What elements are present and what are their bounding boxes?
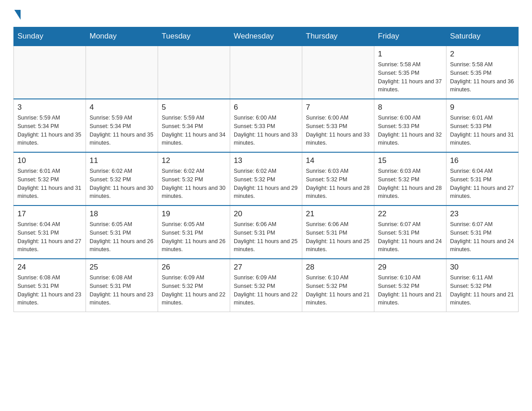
day-info: Sunrise: 5:59 AMSunset: 5:34 PMDaylight:… <box>90 114 154 147</box>
calendar-cell: 20Sunrise: 6:06 AMSunset: 5:31 PMDayligh… <box>230 206 302 259</box>
day-info: Sunrise: 6:00 AMSunset: 5:33 PMDaylight:… <box>378 114 442 147</box>
week-row-2: 3Sunrise: 5:59 AMSunset: 5:34 PMDaylight… <box>14 99 519 152</box>
calendar-cell: 7Sunrise: 6:00 AMSunset: 5:33 PMDaylight… <box>302 99 374 152</box>
calendar-cell: 17Sunrise: 6:04 AMSunset: 5:31 PMDayligh… <box>14 206 86 259</box>
day-number: 11 <box>90 156 154 165</box>
calendar-cell: 30Sunrise: 6:11 AMSunset: 5:32 PMDayligh… <box>446 259 519 312</box>
calendar-cell: 2Sunrise: 5:58 AMSunset: 5:35 PMDaylight… <box>446 46 519 99</box>
day-info: Sunrise: 6:00 AMSunset: 5:33 PMDaylight:… <box>306 114 370 147</box>
day-number: 10 <box>17 156 82 165</box>
calendar-header-saturday: Saturday <box>446 27 519 46</box>
week-row-5: 24Sunrise: 6:08 AMSunset: 5:31 PMDayligh… <box>14 259 519 312</box>
day-info: Sunrise: 6:11 AMSunset: 5:32 PMDaylight:… <box>450 274 515 307</box>
day-info: Sunrise: 6:04 AMSunset: 5:31 PMDaylight:… <box>450 167 515 201</box>
logo <box>13 9 21 18</box>
day-info: Sunrise: 6:03 AMSunset: 5:32 PMDaylight:… <box>378 167 442 201</box>
calendar-cell: 12Sunrise: 6:02 AMSunset: 5:32 PMDayligh… <box>158 152 230 206</box>
day-number: 19 <box>162 210 226 218</box>
day-number: 13 <box>234 156 298 165</box>
day-info: Sunrise: 5:58 AMSunset: 5:35 PMDaylight:… <box>378 60 442 94</box>
day-number: 6 <box>234 103 298 112</box>
day-info: Sunrise: 6:10 AMSunset: 5:32 PMDaylight:… <box>378 274 442 307</box>
day-info: Sunrise: 6:09 AMSunset: 5:32 PMDaylight:… <box>162 274 226 307</box>
calendar-cell: 29Sunrise: 6:10 AMSunset: 5:32 PMDayligh… <box>374 259 446 312</box>
calendar-cell: 8Sunrise: 6:00 AMSunset: 5:33 PMDaylight… <box>374 99 446 152</box>
day-info: Sunrise: 6:01 AMSunset: 5:32 PMDaylight:… <box>17 167 82 201</box>
day-number: 1 <box>378 50 442 59</box>
day-number: 3 <box>17 103 82 112</box>
day-info: Sunrise: 5:59 AMSunset: 5:34 PMDaylight:… <box>17 114 82 147</box>
calendar-cell: 18Sunrise: 6:05 AMSunset: 5:31 PMDayligh… <box>86 206 158 259</box>
day-number: 22 <box>378 210 442 218</box>
calendar-header-row: SundayMondayTuesdayWednesdayThursdayFrid… <box>14 27 519 46</box>
calendar-cell <box>158 46 230 99</box>
day-number: 25 <box>90 263 154 272</box>
day-number: 29 <box>378 263 442 272</box>
day-info: Sunrise: 6:07 AMSunset: 5:31 PMDaylight:… <box>450 220 515 254</box>
calendar-cell: 10Sunrise: 6:01 AMSunset: 5:32 PMDayligh… <box>14 152 86 206</box>
day-info: Sunrise: 6:05 AMSunset: 5:31 PMDaylight:… <box>90 220 154 254</box>
calendar-cell: 24Sunrise: 6:08 AMSunset: 5:31 PMDayligh… <box>14 259 86 312</box>
calendar-cell: 4Sunrise: 5:59 AMSunset: 5:34 PMDaylight… <box>86 99 158 152</box>
day-info: Sunrise: 6:03 AMSunset: 5:32 PMDaylight:… <box>306 167 370 201</box>
calendar-cell: 26Sunrise: 6:09 AMSunset: 5:32 PMDayligh… <box>158 259 230 312</box>
day-info: Sunrise: 6:04 AMSunset: 5:31 PMDaylight:… <box>17 220 82 254</box>
day-number: 15 <box>378 156 442 165</box>
day-info: Sunrise: 6:02 AMSunset: 5:32 PMDaylight:… <box>90 167 154 201</box>
day-number: 14 <box>306 156 370 165</box>
calendar-cell <box>230 46 302 99</box>
day-number: 16 <box>450 156 515 165</box>
day-number: 7 <box>306 103 370 112</box>
day-info: Sunrise: 5:58 AMSunset: 5:35 PMDaylight:… <box>450 60 515 94</box>
day-info: Sunrise: 6:02 AMSunset: 5:32 PMDaylight:… <box>162 167 226 201</box>
calendar-header-monday: Monday <box>86 27 158 46</box>
calendar-cell: 13Sunrise: 6:02 AMSunset: 5:32 PMDayligh… <box>230 152 302 206</box>
day-info: Sunrise: 6:08 AMSunset: 5:31 PMDaylight:… <box>17 274 82 307</box>
calendar-cell: 19Sunrise: 6:05 AMSunset: 5:31 PMDayligh… <box>158 206 230 259</box>
calendar-cell: 9Sunrise: 6:01 AMSunset: 5:33 PMDaylight… <box>446 99 519 152</box>
day-number: 5 <box>162 103 226 112</box>
day-number: 2 <box>450 50 515 59</box>
day-info: Sunrise: 6:10 AMSunset: 5:32 PMDaylight:… <box>306 274 370 307</box>
day-info: Sunrise: 6:01 AMSunset: 5:33 PMDaylight:… <box>450 114 515 147</box>
calendar-cell: 15Sunrise: 6:03 AMSunset: 5:32 PMDayligh… <box>374 152 446 206</box>
day-info: Sunrise: 6:09 AMSunset: 5:32 PMDaylight:… <box>234 274 298 307</box>
logo-triangle-icon <box>14 10 21 20</box>
day-number: 21 <box>306 210 370 218</box>
calendar-table: SundayMondayTuesdayWednesdayThursdayFrid… <box>13 27 519 312</box>
calendar-cell: 14Sunrise: 6:03 AMSunset: 5:32 PMDayligh… <box>302 152 374 206</box>
day-number: 4 <box>90 103 154 112</box>
calendar-header-sunday: Sunday <box>14 27 86 46</box>
calendar-header-wednesday: Wednesday <box>230 27 302 46</box>
day-number: 28 <box>306 263 370 272</box>
calendar-cell: 22Sunrise: 6:07 AMSunset: 5:31 PMDayligh… <box>374 206 446 259</box>
page-header <box>13 9 519 18</box>
day-number: 24 <box>17 263 82 272</box>
calendar-header-friday: Friday <box>374 27 446 46</box>
week-row-3: 10Sunrise: 6:01 AMSunset: 5:32 PMDayligh… <box>14 152 519 206</box>
day-number: 27 <box>234 263 298 272</box>
day-number: 8 <box>378 103 442 112</box>
day-info: Sunrise: 5:59 AMSunset: 5:34 PMDaylight:… <box>162 114 226 147</box>
calendar-header-tuesday: Tuesday <box>158 27 230 46</box>
day-info: Sunrise: 6:06 AMSunset: 5:31 PMDaylight:… <box>306 220 370 254</box>
day-number: 30 <box>450 263 515 272</box>
day-number: 20 <box>234 210 298 218</box>
day-info: Sunrise: 6:08 AMSunset: 5:31 PMDaylight:… <box>90 274 154 307</box>
calendar-cell: 28Sunrise: 6:10 AMSunset: 5:32 PMDayligh… <box>302 259 374 312</box>
calendar-cell <box>86 46 158 99</box>
calendar-cell <box>14 46 86 99</box>
calendar-cell: 23Sunrise: 6:07 AMSunset: 5:31 PMDayligh… <box>446 206 519 259</box>
calendar-cell: 21Sunrise: 6:06 AMSunset: 5:31 PMDayligh… <box>302 206 374 259</box>
week-row-1: 1Sunrise: 5:58 AMSunset: 5:35 PMDaylight… <box>14 46 519 99</box>
day-number: 26 <box>162 263 226 272</box>
calendar-cell: 25Sunrise: 6:08 AMSunset: 5:31 PMDayligh… <box>86 259 158 312</box>
day-info: Sunrise: 6:05 AMSunset: 5:31 PMDaylight:… <box>162 220 226 254</box>
day-info: Sunrise: 6:02 AMSunset: 5:32 PMDaylight:… <box>234 167 298 201</box>
day-info: Sunrise: 6:07 AMSunset: 5:31 PMDaylight:… <box>378 220 442 254</box>
day-number: 18 <box>90 210 154 218</box>
day-number: 12 <box>162 156 226 165</box>
week-row-4: 17Sunrise: 6:04 AMSunset: 5:31 PMDayligh… <box>14 206 519 259</box>
calendar-cell: 16Sunrise: 6:04 AMSunset: 5:31 PMDayligh… <box>446 152 519 206</box>
calendar-cell: 1Sunrise: 5:58 AMSunset: 5:35 PMDaylight… <box>374 46 446 99</box>
